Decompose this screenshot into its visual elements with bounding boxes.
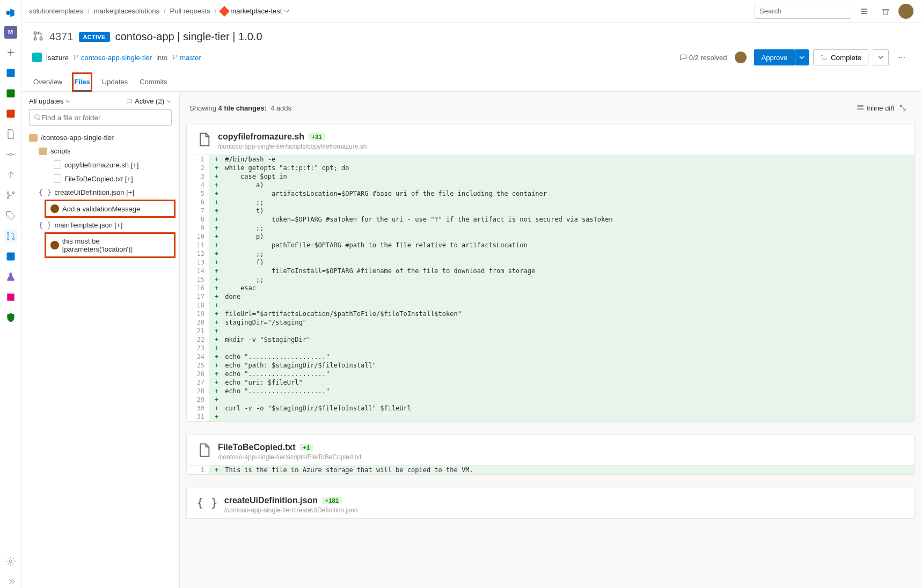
diff-line[interactable]: 20+ stagingDir="/staging": [187, 318, 914, 327]
tab-updates[interactable]: Updates: [101, 74, 129, 91]
project-tile[interactable]: M: [4, 26, 17, 39]
comments-filter[interactable]: Active (2): [126, 97, 172, 105]
file-diff-card: { }createUiDefinition.json+181/contoso-a…: [186, 488, 915, 519]
diff-line[interactable]: 24+ echo "....................": [187, 352, 914, 361]
breadcrumb-item[interactable]: marketplacesolutions: [94, 7, 159, 15]
target-branch[interactable]: master: [172, 54, 201, 62]
diff-line[interactable]: 4+ a): [187, 181, 914, 189]
svg-point-28: [35, 115, 39, 119]
marketplace-icon[interactable]: [877, 3, 894, 20]
pr-id: 4371: [49, 31, 74, 43]
shield-icon[interactable]: [4, 311, 17, 324]
diff-line[interactable]: 27+ echo "uri: $fileUrl": [187, 378, 914, 387]
file-type-icon: { }: [196, 496, 218, 509]
diff-line[interactable]: 19+ fileUrl="$artifactsLocation/$pathToF…: [187, 310, 914, 318]
breadcrumb-item[interactable]: solutiontemplates: [29, 7, 83, 15]
line-number: 16: [187, 284, 209, 292]
repos-icon[interactable]: [4, 107, 17, 120]
settings-icon[interactable]: [4, 555, 17, 568]
tree-file[interactable]: { }mainTemplate.json [+]: [27, 218, 174, 232]
list-view-icon[interactable]: [856, 3, 873, 20]
diff-line[interactable]: 5+ artifactsLocation=$OPTARG #base uri o…: [187, 189, 914, 198]
pull-requests-nav-icon[interactable]: [4, 230, 17, 242]
diff-line[interactable]: 2+ while getopts "a:t:p:f:" opt; do: [187, 164, 914, 172]
test-plans-icon[interactable]: [4, 270, 17, 283]
diff-line[interactable]: 11+ pathToFile=$OPTARG #path to the file…: [187, 241, 914, 249]
boards-icon[interactable]: [4, 67, 17, 79]
breadcrumb-current[interactable]: marketplace-test: [221, 7, 289, 15]
code-line: + stagingDir="/staging": [209, 318, 914, 327]
more-actions-button[interactable]: [893, 49, 910, 66]
diff-line[interactable]: 14+ fileToInstall=$OPTARG #filename of t…: [187, 267, 914, 275]
branch-icon: [172, 54, 178, 61]
tree-root[interactable]: /contoso-app-single-tier: [27, 131, 174, 144]
complete-button[interactable]: Complete: [813, 49, 868, 65]
tree-comment[interactable]: Add a validationMessage: [46, 201, 174, 216]
diff-line[interactable]: 25+ echo "path: $stagingDir/$fileToInsta…: [187, 361, 914, 370]
diff-line[interactable]: 22+ mkdir -v "$stagingDir": [187, 335, 914, 344]
azure-devops-logo[interactable]: [5, 8, 16, 18]
diff-line[interactable]: 15+ ;;: [187, 275, 914, 284]
repo-diamond-icon: [219, 6, 230, 17]
diff-line[interactable]: 10+ p): [187, 232, 914, 241]
reviewer-avatar[interactable]: [735, 52, 747, 63]
diff-line[interactable]: 18+: [187, 301, 914, 310]
file-name[interactable]: copyfilefromazure.sh: [218, 132, 304, 142]
tree-folder-scripts[interactable]: scripts: [27, 144, 174, 158]
diff-line[interactable]: 1+ #/bin/bash -e: [187, 155, 914, 164]
diff-line[interactable]: 30+ curl -v -o "$stagingDir/$fileToInsta…: [187, 404, 914, 413]
branches-icon[interactable]: [4, 189, 17, 202]
file-name[interactable]: FileToBeCopied.txt: [218, 443, 296, 452]
tags-icon[interactable]: [4, 209, 17, 222]
search-box[interactable]: [755, 4, 851, 19]
work-items-icon[interactable]: [4, 87, 17, 100]
approve-button[interactable]: Approve: [754, 49, 795, 65]
pipelines-icon[interactable]: [4, 250, 17, 263]
tab-overview[interactable]: Overview: [32, 74, 63, 91]
diff-line[interactable]: 12+ ;;: [187, 249, 914, 258]
diff-line[interactable]: 31+: [187, 413, 914, 421]
diff-line[interactable]: 7+ t): [187, 207, 914, 215]
approve-dropdown[interactable]: [795, 49, 809, 65]
svg-point-5: [12, 192, 14, 193]
commits-icon[interactable]: [4, 148, 17, 161]
diff-line[interactable]: 23+: [187, 344, 914, 352]
complete-dropdown[interactable]: [873, 49, 889, 65]
diff-line[interactable]: 28+ echo "....................": [187, 387, 914, 395]
search-input[interactable]: [759, 7, 850, 15]
fullscreen-button[interactable]: [894, 99, 911, 116]
resolved-count[interactable]: 0/2 resolved: [679, 54, 727, 62]
tree-file[interactable]: FileToBeCopied.txt [+]: [27, 172, 174, 186]
pushes-icon[interactable]: [4, 168, 17, 181]
diff-line[interactable]: 26+ echo "....................": [187, 370, 914, 378]
breadcrumb-item[interactable]: Pull requests: [170, 7, 210, 15]
collapse-icon[interactable]: [4, 575, 17, 588]
diff-line[interactable]: 21+: [187, 327, 914, 335]
tree-file[interactable]: { }createUiDefinition.json [+]: [27, 186, 174, 199]
tab-files[interactable]: Files: [73, 74, 91, 91]
diff-line[interactable]: 16+ esac: [187, 284, 914, 292]
artifacts-icon[interactable]: [4, 291, 17, 304]
files-icon[interactable]: [4, 128, 17, 141]
diff-line[interactable]: 1+ This is the file in Azure storage tha…: [187, 466, 914, 474]
svg-rect-2: [6, 110, 14, 118]
find-file-input[interactable]: [41, 114, 167, 122]
user-avatar[interactable]: [898, 4, 913, 19]
diff-line[interactable]: 17+ done: [187, 292, 914, 301]
diff-line[interactable]: 6+ ;;: [187, 198, 914, 207]
find-file-box[interactable]: [29, 109, 172, 126]
diff-line[interactable]: 3+ case $opt in: [187, 172, 914, 181]
diff-line[interactable]: 13+ f): [187, 258, 914, 267]
tree-comment[interactable]: this must be [parameters('location')]: [46, 234, 174, 256]
diff-view-toggle[interactable]: Inline diff: [857, 104, 894, 112]
diff-line[interactable]: 9+ ;;: [187, 224, 914, 232]
diff-line[interactable]: 8+ token=$OPTARG #saToken for the uri - …: [187, 215, 914, 224]
add-icon[interactable]: [4, 46, 17, 59]
source-branch[interactable]: contoso-app-single-tier: [73, 54, 152, 62]
line-delta-badge: +181: [322, 497, 342, 504]
tab-commits[interactable]: Commits: [138, 74, 168, 91]
tree-file[interactable]: copyfilefromazure.sh [+]: [27, 158, 174, 172]
updates-filter[interactable]: All updates: [29, 97, 71, 105]
diff-line[interactable]: 29+: [187, 395, 914, 404]
file-name[interactable]: createUiDefinition.json: [224, 496, 318, 505]
